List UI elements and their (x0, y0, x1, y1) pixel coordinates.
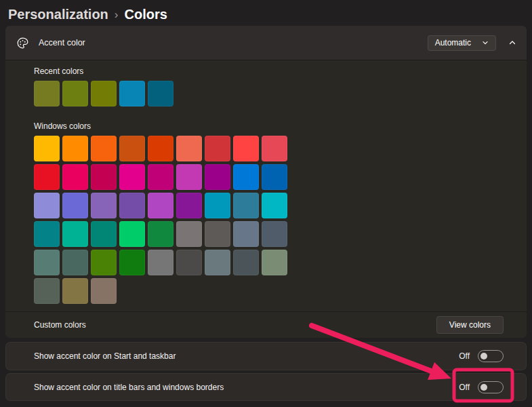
accent-color-card: Accent color Automatic Recent colors (5, 26, 527, 338)
accent-color-expander-body: Recent colors Windows colors (5, 60, 527, 311)
toggle-knob (480, 384, 487, 391)
color-swatch[interactable] (148, 164, 173, 190)
color-swatch[interactable] (34, 250, 60, 275)
start-taskbar-toggle[interactable] (478, 350, 504, 362)
color-swatch[interactable] (233, 250, 259, 275)
color-swatch[interactable] (119, 250, 145, 275)
color-swatch[interactable] (62, 193, 88, 218)
title-bars-toggle[interactable] (478, 381, 504, 393)
color-swatch[interactable] (34, 136, 60, 161)
color-swatch[interactable] (62, 164, 88, 190)
color-swatch[interactable] (205, 221, 230, 247)
color-swatch[interactable] (205, 136, 230, 161)
color-swatch[interactable] (34, 193, 60, 218)
color-swatch[interactable] (205, 193, 230, 218)
color-swatch[interactable] (62, 221, 88, 247)
color-swatch[interactable] (91, 221, 117, 247)
color-swatch[interactable] (176, 221, 202, 247)
toggle-knob (480, 353, 487, 360)
custom-colors-row: Custom colors View colors (5, 311, 527, 338)
color-swatch[interactable] (91, 164, 117, 190)
settings-page-body: Accent color Automatic Recent colors (5, 26, 527, 401)
accent-color-mode-value: Automatic (435, 38, 471, 47)
color-swatch[interactable] (91, 81, 117, 106)
page-title: Colors (124, 7, 167, 22)
breadcrumb-separator-icon: › (115, 7, 119, 22)
color-swatch[interactable] (262, 193, 287, 218)
color-swatch[interactable] (62, 136, 88, 161)
title-bars-label: Show accent color on title bars and wind… (34, 383, 224, 392)
color-swatch[interactable] (34, 81, 60, 106)
windows-colors-swatches (34, 136, 516, 304)
setting-row-start-taskbar: Show accent color on Start and taskbar O… (5, 342, 527, 370)
breadcrumb-personalization[interactable]: Personalization (8, 7, 108, 22)
color-swatch[interactable] (119, 136, 145, 161)
windows-colors-label: Windows colors (34, 121, 516, 131)
color-swatch[interactable] (262, 136, 287, 161)
start-taskbar-label: Show accent color on Start and taskbar (34, 351, 176, 361)
color-swatch[interactable] (233, 221, 259, 247)
accent-color-label: Accent color (39, 38, 85, 47)
color-swatch[interactable] (119, 221, 145, 247)
color-swatch[interactable] (205, 250, 230, 275)
recent-colors-label: Recent colors (34, 66, 516, 76)
view-colors-button[interactable]: View colors (436, 316, 504, 334)
color-swatch[interactable] (34, 221, 60, 247)
accent-color-mode-dropdown[interactable]: Automatic (428, 35, 496, 51)
color-swatch[interactable] (34, 278, 60, 304)
color-swatch[interactable] (233, 193, 259, 218)
color-swatch[interactable] (34, 164, 60, 190)
color-swatch[interactable] (176, 164, 202, 190)
chevron-down-icon (482, 39, 489, 46)
color-swatch[interactable] (91, 193, 117, 218)
breadcrumb: Personalization › Colors (0, 0, 532, 25)
expander-collapse-button[interactable] (508, 38, 517, 47)
color-swatch[interactable] (148, 250, 173, 275)
color-swatch[interactable] (176, 136, 202, 161)
setting-row-title-bars: Show accent color on title bars and wind… (5, 373, 527, 401)
color-swatch[interactable] (176, 193, 202, 218)
title-bars-toggle-state: Off (459, 383, 470, 392)
color-swatch[interactable] (91, 136, 117, 161)
accent-color-expander-header[interactable]: Accent color Automatic (5, 26, 527, 60)
color-swatch[interactable] (119, 193, 145, 218)
color-swatch[interactable] (148, 221, 173, 247)
color-swatch[interactable] (62, 278, 88, 304)
recent-colors-swatches (34, 81, 516, 106)
color-swatch[interactable] (148, 81, 173, 106)
color-swatch[interactable] (148, 193, 173, 218)
color-swatch[interactable] (176, 250, 202, 275)
palette-icon (16, 36, 29, 50)
color-swatch[interactable] (233, 164, 259, 190)
color-swatch[interactable] (91, 250, 117, 275)
color-swatch[interactable] (148, 136, 173, 161)
color-swatch[interactable] (233, 136, 259, 161)
color-swatch[interactable] (62, 250, 88, 275)
color-swatch[interactable] (262, 164, 287, 190)
start-taskbar-toggle-state: Off (459, 351, 470, 361)
color-swatch[interactable] (91, 278, 117, 304)
color-swatch[interactable] (119, 81, 145, 106)
color-swatch[interactable] (262, 221, 287, 247)
color-swatch[interactable] (262, 250, 287, 275)
custom-colors-label: Custom colors (34, 320, 86, 330)
color-swatch[interactable] (119, 164, 145, 190)
color-swatch[interactable] (205, 164, 230, 190)
color-swatch[interactable] (62, 81, 88, 106)
chevron-up-icon (508, 39, 516, 47)
